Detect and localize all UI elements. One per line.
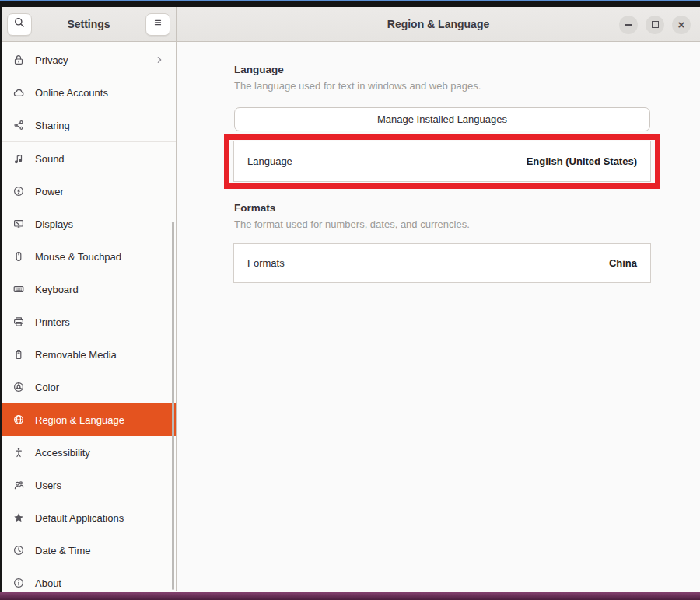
sidebar-item-power[interactable]: Power [2, 175, 176, 208]
sidebar-item-label: Mouse & Touchpad [35, 251, 121, 263]
accessibility-icon [12, 446, 25, 459]
search-icon [13, 16, 26, 32]
language-row[interactable]: Language English (United States) [233, 141, 651, 182]
share-icon [12, 119, 25, 131]
language-section-description: The language used for text in windows an… [234, 80, 481, 92]
settings-window: Settings Region & Language × [0, 7, 700, 592]
users-icon [12, 479, 25, 491]
sidebar-item-about[interactable]: About [2, 567, 176, 591]
keyboard-icon [12, 283, 25, 295]
close-icon: × [678, 19, 685, 30]
desktop-top-bar [0, 0, 700, 7]
sidebar-item-sound[interactable]: Sound [2, 142, 176, 175]
sidebar-item-sharing[interactable]: Sharing [2, 109, 176, 141]
sidebar-title: Settings [67, 18, 110, 30]
window-controls: × [619, 7, 691, 42]
sidebar-item-label: Date & Time [35, 545, 91, 556]
sidebar-item-label: Keyboard [35, 284, 79, 295]
sidebar-item-printers[interactable]: Printers [2, 305, 176, 338]
removable-media-icon [12, 348, 25, 361]
close-button[interactable]: × [672, 16, 691, 34]
sidebar-item-label: Printers [35, 316, 70, 328]
music-note-icon [12, 152, 25, 165]
display-icon [12, 218, 25, 230]
sidebar-item-label: Sound [35, 153, 65, 165]
power-icon [12, 185, 25, 197]
language-section-heading: Language [234, 64, 284, 75]
sidebar-item-label: Privacy [35, 54, 68, 66]
menu-button[interactable] [145, 13, 170, 36]
sidebar-item-keyboard[interactable]: Keyboard [2, 273, 176, 305]
sidebar-item-online-accounts[interactable]: Online Accounts [2, 76, 176, 109]
hamburger-menu-icon [152, 16, 164, 32]
color-icon [12, 381, 25, 393]
desktop-background-strip [0, 592, 700, 600]
sidebar-item-label: Default Applications [35, 512, 124, 524]
language-row-value: English (United States) [527, 155, 637, 167]
sidebar-item-label: Region & Language [35, 414, 124, 426]
page-title: Region & Language [387, 18, 489, 30]
language-row-label: Language [247, 155, 292, 167]
content-pane: Language The language used for text in w… [177, 42, 700, 591]
clock-icon [12, 544, 25, 556]
sidebar-scrollbar[interactable] [172, 222, 174, 590]
sidebar-item-label: Power [35, 186, 64, 197]
sidebar-item-label: Online Accounts [35, 87, 108, 99]
headerbar: Settings Region & Language × [2, 7, 700, 42]
chevron-right-icon [154, 54, 165, 65]
sidebar-item-removable-media[interactable]: Removable Media [2, 338, 176, 371]
sidebar-item-label: Accessibility [35, 447, 90, 459]
sidebar-item-label: Users [35, 480, 61, 491]
cloud-icon [12, 86, 25, 99]
main-header: Region & Language × [177, 7, 700, 41]
mouse-icon [12, 250, 25, 263]
sidebar-item-label: Displays [35, 218, 73, 230]
formats-section-heading: Formats [234, 202, 275, 214]
formats-row[interactable]: Formats China [233, 243, 651, 283]
search-button[interactable] [7, 13, 32, 36]
sidebar-item-label: Sharing [35, 120, 70, 131]
sidebar-item-mouse-and-touchpad[interactable]: Mouse & Touchpad [2, 240, 176, 273]
sidebar-item-accessibility[interactable]: Accessibility [2, 436, 176, 469]
sidebar-item-default-applications[interactable]: Default Applications [2, 501, 176, 534]
formats-section-description: The format used for numbers, dates, and … [234, 218, 470, 230]
sidebar-item-date-and-time[interactable]: Date & Time [2, 534, 176, 567]
lock-icon [12, 54, 25, 66]
sidebar-item-color[interactable]: Color [2, 371, 176, 403]
sidebar-item-displays[interactable]: Displays [2, 208, 176, 240]
formats-row-value: China [609, 257, 637, 269]
sidebar-item-privacy[interactable]: Privacy [2, 44, 176, 76]
minimize-icon [625, 24, 632, 26]
sidebar-item-region-and-language[interactable]: Region & Language [2, 403, 176, 436]
sidebar-item-label: About [35, 577, 61, 589]
maximize-icon [652, 21, 659, 28]
sidebar: PrivacyOnline AccountsSharingSoundPowerD… [2, 42, 177, 591]
globe-icon [12, 413, 25, 426]
manage-installed-languages-button[interactable]: Manage Installed Languages [234, 107, 650, 131]
minimize-button[interactable] [619, 16, 638, 34]
star-icon [12, 511, 25, 524]
sidebar-item-users[interactable]: Users [2, 469, 176, 501]
screen: Settings Region & Language × [0, 0, 700, 600]
sidebar-header: Settings [2, 7, 177, 41]
info-icon [12, 577, 25, 589]
maximize-button[interactable] [646, 16, 664, 34]
sidebar-item-label: Removable Media [35, 349, 117, 361]
sidebar-item-label: Color [35, 382, 59, 393]
formats-row-label: Formats [247, 257, 285, 269]
printer-icon [12, 316, 25, 328]
window-body: PrivacyOnline AccountsSharingSoundPowerD… [2, 42, 700, 591]
